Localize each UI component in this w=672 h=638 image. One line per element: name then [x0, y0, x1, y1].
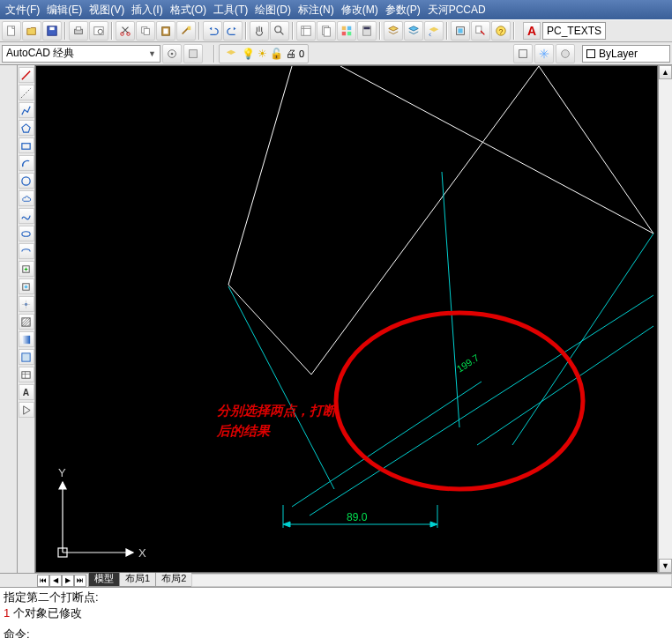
- separator: [379, 22, 381, 40]
- rectangle-tool[interactable]: [19, 137, 34, 153]
- command-prompt[interactable]: 命令:: [4, 627, 668, 638]
- zoom-button[interactable]: [270, 21, 289, 41]
- scrollbar-horizontal[interactable]: [191, 574, 672, 587]
- undo-button[interactable]: [203, 21, 222, 41]
- construction-line-tool[interactable]: [19, 85, 34, 100]
- cut-button[interactable]: [116, 21, 135, 41]
- text-tool[interactable]: A: [19, 384, 34, 400]
- polygon-tool[interactable]: [19, 120, 34, 136]
- revision-cloud-tool[interactable]: [19, 190, 34, 206]
- layer-combo[interactable]: ByLayer: [582, 45, 670, 63]
- tab-next-button[interactable]: ▶: [62, 575, 74, 587]
- scrollbar-vertical[interactable]: ▲ ▼: [658, 65, 672, 573]
- gradient-tool[interactable]: [19, 331, 34, 347]
- region-tool[interactable]: [19, 349, 34, 365]
- paste-button[interactable]: [156, 21, 175, 41]
- help-button[interactable]: ?: [491, 21, 511, 41]
- standard-toolbar: ? A PC_TEXTS: [0, 19, 672, 42]
- layer-off-button[interactable]: [556, 44, 575, 63]
- make-block-tool[interactable]: [19, 278, 34, 294]
- print-icon[interactable]: 🖨: [286, 48, 296, 60]
- color-swatch: [586, 49, 595, 58]
- bulb-icon[interactable]: 💡: [242, 48, 255, 60]
- open-button[interactable]: [22, 21, 41, 41]
- insert-block-tool[interactable]: [19, 261, 34, 277]
- table-tool[interactable]: [19, 367, 34, 382]
- copy-button[interactable]: [136, 21, 155, 41]
- menu-tools[interactable]: 工具(T): [210, 1, 251, 19]
- svg-text:199.7: 199.7: [455, 352, 482, 375]
- svg-rect-4: [76, 27, 80, 31]
- calc-button[interactable]: [357, 21, 377, 41]
- drawing-canvas[interactable]: 199.7 89.0 X Y 分别选择两点，打断 后的结果: [35, 65, 658, 573]
- layer-prop-icon[interactable]: [223, 46, 239, 62]
- svg-rect-26: [476, 26, 482, 33]
- ellipse-tool[interactable]: [19, 226, 34, 241]
- layer-prev-button[interactable]: [424, 21, 444, 41]
- workspace-selector[interactable]: AutoCAD 经典 ▼: [2, 45, 161, 63]
- separator: [198, 22, 200, 40]
- line-tool[interactable]: [19, 67, 34, 83]
- ellipse-arc-tool[interactable]: [19, 243, 34, 259]
- svg-rect-15: [302, 26, 311, 36]
- menu-dim[interactable]: 标注(N): [295, 1, 338, 19]
- text-style-combo[interactable]: PC_TEXTS: [542, 22, 606, 40]
- command-area[interactable]: 指定第二个打断点: 1 个对象已修改 命令:: [0, 587, 672, 638]
- menu-bar: 文件(F) 编辑(E) 视图(V) 插入(I) 格式(O) 工具(T) 绘图(D…: [0, 0, 672, 19]
- polyline-tool[interactable]: [19, 102, 34, 118]
- workspace-settings-button[interactable]: [162, 44, 182, 63]
- menu-param[interactable]: 参数(P): [382, 1, 424, 19]
- sheetset-button[interactable]: [317, 21, 336, 41]
- layer-iso-button[interactable]: [513, 44, 533, 63]
- menu-edit[interactable]: 编辑(E): [43, 1, 86, 19]
- point-tool[interactable]: [19, 296, 34, 312]
- svg-line-48: [228, 286, 334, 489]
- text-style-icon[interactable]: A: [523, 22, 541, 40]
- add-selected-tool[interactable]: [19, 402, 34, 418]
- sun-icon[interactable]: ☀: [258, 48, 267, 60]
- xref-button[interactable]: [471, 21, 490, 41]
- svg-point-37: [22, 176, 30, 184]
- scroll-track[interactable]: [659, 79, 672, 559]
- tab-first-button[interactable]: ⏮: [37, 575, 49, 587]
- pan-button[interactable]: [250, 21, 269, 41]
- save-button[interactable]: [42, 21, 62, 41]
- menu-pccad[interactable]: 天河PCCAD: [424, 1, 489, 19]
- menu-insert[interactable]: 插入(I): [128, 1, 166, 19]
- redo-button[interactable]: [223, 21, 243, 41]
- menu-format[interactable]: 格式(O): [167, 1, 210, 19]
- properties-button[interactable]: [296, 21, 316, 41]
- new-button[interactable]: [2, 21, 21, 41]
- menu-file[interactable]: 文件(F): [2, 1, 43, 19]
- layer-button[interactable]: [384, 21, 403, 41]
- hatch-tool[interactable]: [19, 314, 34, 330]
- layer-tools-group: 💡 ☀ 🔓 🖨 0: [219, 44, 309, 63]
- workspace-toolbar: AutoCAD 经典 ▼ 💡 ☀ 🔓 🖨 0 ByLayer: [0, 42, 672, 65]
- lock-icon[interactable]: 🔓: [270, 48, 283, 60]
- main-area: A: [0, 65, 672, 573]
- layout-tabs-bar: ⏮ ◀ ▶ ⏭ 模型 布局1 布局2: [0, 573, 672, 587]
- tool-palette-button[interactable]: [337, 21, 356, 41]
- svg-text:A: A: [23, 388, 30, 397]
- layer-freeze-button[interactable]: [534, 44, 554, 63]
- svg-rect-20: [342, 32, 346, 35]
- tab-last-button[interactable]: ⏭: [74, 575, 86, 587]
- block-button[interactable]: [451, 21, 470, 41]
- circle-tool[interactable]: [19, 173, 34, 189]
- match-prop-button[interactable]: [176, 21, 196, 41]
- svg-rect-44: [22, 335, 30, 343]
- menu-draw[interactable]: 绘图(D): [251, 1, 295, 19]
- scroll-down-button[interactable]: ▼: [659, 559, 672, 573]
- menu-modify[interactable]: 修改(M): [338, 1, 382, 19]
- print-button[interactable]: [69, 21, 88, 41]
- scroll-up-button[interactable]: ▲: [659, 65, 672, 79]
- separator: [213, 45, 215, 63]
- draw-toolbar: A: [18, 65, 35, 573]
- arc-tool[interactable]: [19, 155, 34, 171]
- tab-prev-button[interactable]: ◀: [49, 575, 62, 587]
- menu-view[interactable]: 视图(V): [86, 1, 128, 19]
- layer-state-button[interactable]: [404, 21, 423, 41]
- plot-preview-button[interactable]: [89, 21, 108, 41]
- spline-tool[interactable]: [19, 208, 34, 224]
- workspace-save-button[interactable]: [183, 44, 203, 63]
